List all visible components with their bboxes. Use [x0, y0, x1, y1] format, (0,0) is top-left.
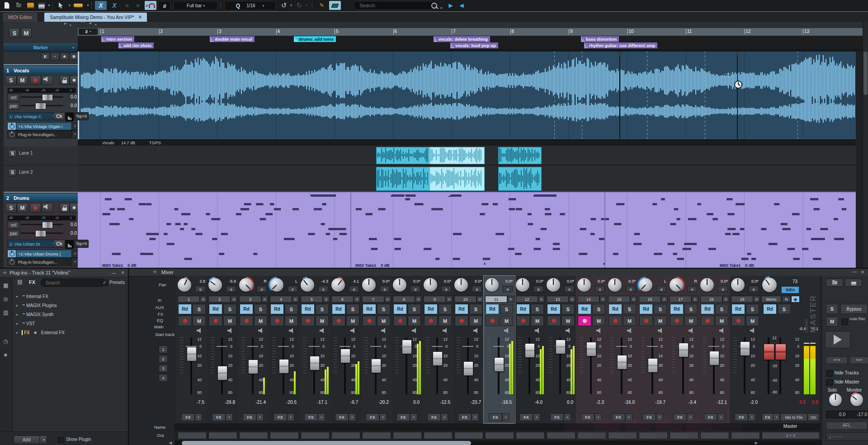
- plugin-slot[interactable]: +1:Vita Vintage Organ i: [16, 122, 75, 130]
- channel-number-button[interactable]: 4: [270, 296, 292, 303]
- solo-button[interactable]: S: [500, 304, 513, 314]
- phase-button[interactable]: φ: [503, 286, 513, 292]
- grid-mode-select[interactable]: Full bar▾: [174, 1, 218, 10]
- channel-fx-chevron-icon[interactable]: ▾: [472, 413, 479, 421]
- read-automation-button[interactable]: Rd: [332, 304, 345, 314]
- plugin-slot[interactable]: +2:Vita Urban Drums (: [16, 250, 75, 258]
- track-title-bar[interactable]: 2Drums: [4, 194, 78, 202]
- track-mute-button[interactable]: M: [17, 203, 28, 213]
- mute-button[interactable]: M: [377, 316, 390, 326]
- favorites-star-icon[interactable]: ★: [3, 352, 8, 358]
- plugin-tree-item[interactable]: ▸VST: [13, 319, 127, 327]
- monitor-speaker-icon[interactable]: [349, 327, 358, 333]
- mixer-channel-strip[interactable]: 2.8φ1◎RdSM12010204080-7.5FX▾: [176, 276, 208, 423]
- input-routing-icon[interactable]: ◎: [507, 296, 514, 303]
- channel-output-button[interactable]: [547, 432, 576, 439]
- track-monitor-speaker-icon[interactable]: [42, 76, 53, 85]
- channel-output-button[interactable]: [301, 432, 330, 439]
- mix-to-file-on-button[interactable]: On: [807, 413, 819, 421]
- record-arm-button[interactable]: [731, 316, 745, 326]
- mixer-channel-strip[interactable]: 0.0*φ8◎RdSM120102040800.0FX▾: [392, 276, 423, 423]
- channel-number-button[interactable]: 15: [608, 296, 630, 303]
- channel-fx-button[interactable]: FX: [489, 413, 502, 421]
- channel-number-button[interactable]: 3: [239, 296, 261, 303]
- save-mixer-setup-icon[interactable]: [845, 279, 862, 287]
- save-icon[interactable]: [37, 1, 46, 10]
- mixer-channel-strip[interactable]: 0.0*φ19◎RdSM12010204080-2.0FX▾: [730, 276, 761, 423]
- channel-fx-chevron-icon[interactable]: ▾: [625, 413, 632, 421]
- monitor-speaker-icon[interactable]: [595, 327, 604, 333]
- track-star-icon[interactable]: ✱: [70, 76, 79, 85]
- ruler-grid-button[interactable]: #▾: [79, 28, 98, 35]
- channel-fx-chevron-icon[interactable]: ▾: [748, 413, 755, 421]
- channel-number-button[interactable]: 11: [485, 296, 507, 303]
- fader-handle[interactable]: [494, 357, 504, 372]
- channel-output-button[interactable]: [608, 432, 637, 439]
- vol-slider-handle[interactable]: [42, 94, 53, 101]
- timeline-marker[interactable]: intro section: [101, 36, 134, 42]
- tree-expand-icon[interactable]: ▸: [16, 294, 18, 298]
- pan-slider-handle[interactable]: [35, 230, 46, 237]
- read-automation-button[interactable]: Rd: [178, 304, 192, 314]
- fader-handle[interactable]: [709, 351, 719, 365]
- read-automation-button[interactable]: Rd: [639, 304, 653, 314]
- channel-output-button[interactable]: [331, 432, 360, 439]
- phase-button[interactable]: φ: [564, 286, 574, 292]
- timeline-marker[interactable]: vocals: loud pop up: [450, 43, 498, 48]
- mute-button[interactable]: M: [408, 316, 421, 326]
- solo-button[interactable]: S: [346, 304, 359, 314]
- mixer-channel-strip[interactable]: 0.0*φ9◎RdSM12010204080-12.5FX▾: [422, 276, 453, 423]
- levels-view-icon[interactable]: ▥: [3, 309, 8, 316]
- range-handle-icon[interactable]: [617, 52, 623, 56]
- input-routing-icon[interactable]: ◎: [538, 296, 545, 303]
- mixer-channel-strip[interactable]: 0.0*φ11◎RdSM12010204080-18.5FX▾: [484, 276, 515, 423]
- phase-button[interactable]: φ: [441, 286, 451, 292]
- hide-tracks-checkbox[interactable]: [826, 370, 833, 377]
- solo-button[interactable]: S: [254, 304, 267, 314]
- read-automation-button[interactable]: Rd: [455, 304, 468, 314]
- channel-fx-button[interactable]: FX: [274, 413, 287, 421]
- channel-output-button[interactable]: [516, 432, 545, 439]
- phase-button[interactable]: φ: [195, 286, 205, 292]
- pan-knob[interactable]: [424, 278, 437, 292]
- mixer-channel-strip[interactable]: Lφ16◎RdSM12010204080-19.7FX▾: [637, 276, 669, 423]
- record-arm-button[interactable]: [332, 316, 345, 326]
- fader-handle[interactable]: [586, 342, 596, 356]
- channel-number-button[interactable]: 2: [208, 296, 231, 303]
- pan-knob[interactable]: [454, 278, 468, 292]
- master-read-button[interactable]: Rd: [763, 304, 777, 314]
- plugin-slot[interactable]: Plug-in hinzufügen...: [16, 258, 75, 266]
- mixer-channel-strip[interactable]: -5.9φ2◎RdSM12010204080-29.8FX▾: [207, 276, 238, 423]
- track-record-button[interactable]: [30, 76, 41, 85]
- channel-fx-chevron-icon[interactable]: ▾: [195, 413, 202, 421]
- monitor-speaker-icon[interactable]: [564, 327, 573, 333]
- paint-bucket-icon[interactable]: ◆: [60, 52, 69, 60]
- channel-fx-chevron-icon[interactable]: ▾: [594, 413, 602, 421]
- track-star-icon[interactable]: ✱: [70, 203, 79, 213]
- fader-handle[interactable]: [433, 351, 443, 366]
- monitor-speaker-icon[interactable]: [441, 327, 450, 333]
- channel-number-button[interactable]: 18: [700, 296, 722, 303]
- channel-fx-button[interactable]: FX: [704, 413, 717, 421]
- channel-button[interactable]: Ch: [53, 240, 65, 248]
- plugin-power-icon[interactable]: [7, 130, 16, 138]
- channel-fx-chevron-icon[interactable]: ▾: [226, 413, 233, 421]
- link-channels-icon[interactable]: ⊂⊃: [826, 356, 848, 364]
- cursor-tool-icon[interactable]: [56, 1, 66, 10]
- channel-fx-button[interactable]: FX: [181, 413, 195, 421]
- tree-expand-icon[interactable]: ▸: [16, 322, 18, 326]
- phase-button[interactable]: φ: [626, 286, 636, 292]
- channel-number-button[interactable]: 6: [331, 296, 354, 303]
- solo-button[interactable]: S: [316, 304, 329, 314]
- fx-filter-button[interactable]: FX: [26, 279, 38, 286]
- locate-next-icon[interactable]: ▶: [447, 1, 455, 10]
- master-fader-handle[interactable]: [764, 344, 774, 360]
- new-file-icon[interactable]: [2, 1, 12, 10]
- mute-button[interactable]: M: [439, 316, 452, 326]
- monitor-speaker-icon[interactable]: [718, 327, 727, 333]
- timeline-marker[interactable]: double main vocal: [210, 36, 255, 42]
- record-arm-button[interactable]: [639, 316, 653, 326]
- mute-button[interactable]: M: [746, 316, 759, 326]
- track-solo-button[interactable]: S: [5, 203, 17, 213]
- read-automation-button[interactable]: Rd: [270, 304, 284, 314]
